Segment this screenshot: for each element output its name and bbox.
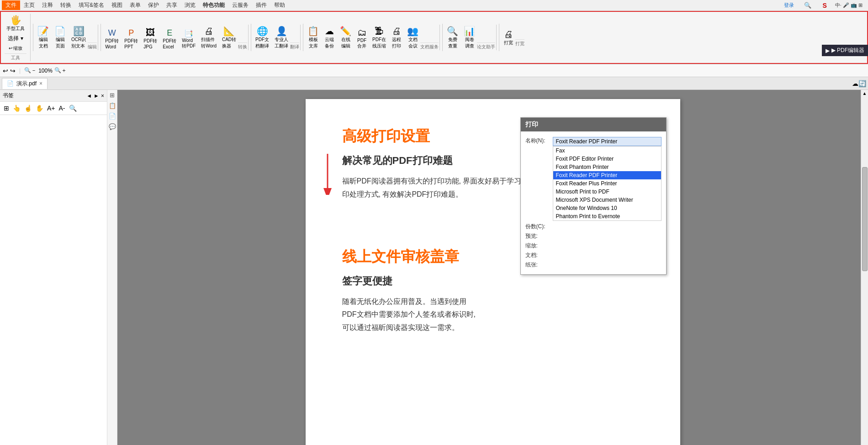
select-button[interactable]: 选择 ▾ [5, 34, 26, 43]
hand-icon: 🖐 [10, 15, 21, 26]
sidebar-tool-5[interactable]: A+ [46, 104, 56, 113]
printer-ms-pdf[interactable]: Microsoft Print to PDF [553, 188, 661, 196]
menu-fillsign[interactable]: 填写&签名 [75, 0, 108, 10]
pdf-editor-label: ▶ PDF编辑器 [831, 47, 864, 54]
brand-logo: S [819, 1, 830, 10]
word-to-pdf-button[interactable]: 📑 Word转PDF [180, 28, 197, 50]
pdf-editor-arrow-icon: ▶ [826, 47, 830, 54]
cloud-icon: ☁ [852, 80, 858, 87]
print-doc-row: 文档: [525, 251, 662, 259]
printer-foxit-phantom[interactable]: Foxit Phantom Printer [553, 163, 661, 171]
menu-share[interactable]: 共享 [163, 0, 181, 10]
menu-help[interactable]: 帮助 [270, 0, 289, 10]
toolbar-tools-group: 🖐 手型工具 选择 ▾ ↩ 缩放 工具 [4, 14, 31, 61]
left-icon-3[interactable]: 📄 [109, 113, 116, 120]
print-paper-row: 纸张: [525, 261, 662, 269]
printer-fax[interactable]: Fax [553, 147, 661, 155]
redo-button[interactable]: ↪ [10, 67, 16, 74]
login-link[interactable]: 登录 [780, 1, 798, 10]
menu-cloud[interactable]: 云服务 [228, 0, 252, 10]
cad-converter-button[interactable]: 📐 CAD转换器 [220, 25, 238, 50]
menu-form[interactable]: 表单 [126, 0, 144, 10]
zoom-out-toolbar[interactable]: 🔍－ [24, 67, 37, 74]
menu-protect[interactable]: 保护 [144, 0, 163, 10]
left-icon-2[interactable]: 📋 [109, 102, 116, 109]
cloud-backup-button[interactable]: ☁ 云端备份 [323, 25, 336, 50]
zoom-value-display: 100% [38, 68, 53, 74]
edit-doc-button[interactable]: 📝 编辑文档 [36, 25, 51, 50]
ocr-button[interactable]: 🔠 OCR识别文本 [69, 25, 88, 50]
sidebar-tool-2[interactable]: 👆 [12, 104, 21, 113]
menu-convert[interactable]: 转换 [57, 0, 75, 10]
sidebar-content[interactable] [0, 115, 107, 445]
print-preview-label: 预览: [525, 232, 553, 240]
sidebar-nav-left[interactable]: ◄ [86, 93, 92, 99]
printer-onenote[interactable]: OneNote for Windows 10 [553, 204, 661, 212]
scroll-thumb[interactable] [862, 167, 868, 271]
sidebar-tool-6[interactable]: A- [58, 104, 66, 113]
scroll-up-btn[interactable]: ▲ [862, 90, 868, 97]
secondary-toolbar: ↩ ↪ | 🔍－ 100% 🔍＋ [0, 64, 868, 77]
tab-bar: 📄 演示.pdf × ☁ 🔄 [0, 77, 868, 90]
sidebar-tool-3[interactable]: ☝ [23, 104, 33, 113]
menu-view[interactable]: 视图 [108, 0, 126, 10]
printer-foxit-editor[interactable]: Foxit PDF Editor Printer [553, 155, 661, 163]
sidebar-tool-7[interactable]: 🔍 [68, 104, 78, 113]
sidebar-nav-right[interactable]: ► [94, 93, 99, 99]
toolbar-convert-group: W PDF转Word P PDF转PPT 🖼 PDF转JPG E PDF转Exc… [102, 25, 249, 50]
menu-home[interactable]: 主页 [20, 0, 38, 10]
undo-button[interactable]: ↩ [3, 67, 8, 74]
toolbar-edit-group: 📝 编辑文档 📄 编辑页面 🔠 OCR识别文本 编辑 [35, 25, 98, 50]
pdf-to-word-button[interactable]: W PDF转Word [103, 27, 121, 50]
hand-tool-button[interactable]: 🖐 手型工具 [5, 14, 26, 33]
template-button[interactable]: 📋 模板文库 [306, 25, 321, 50]
exam-survey-button[interactable]: 📊 阅卷调查 [462, 25, 477, 50]
sep5 [442, 24, 443, 51]
edit-page-button[interactable]: 📄 编辑页面 [53, 25, 68, 50]
pdf-merge-button[interactable]: 🗂 PDF合并 [355, 26, 369, 50]
sidebar-tool-1[interactable]: ⊞ [3, 104, 10, 113]
pdf-to-excel-button[interactable]: E PDF转Excel [161, 27, 178, 50]
pdf-compress-button[interactable]: 🗜 PDF在线压缩 [370, 25, 388, 50]
printer-foxit-plus[interactable]: Foxit Reader Plus Printer [553, 179, 661, 188]
zoom-in-toolbar[interactable]: 🔍＋ [54, 67, 67, 74]
convert-section-label: 转换 [238, 42, 247, 50]
main-area: 书签 ◄ ► × ⊞ 👆 ☝ ✋ A+ A- 🔍 ⊞ 📋 📄 💬 [0, 90, 868, 445]
vertical-scrollbar[interactable]: ▲ ▼ [861, 90, 868, 445]
pro-translate-button[interactable]: 👤 专业人工翻译 [273, 25, 290, 50]
search-icon[interactable]: 🔍 [800, 1, 815, 10]
menu-browse[interactable]: 浏览 [181, 0, 199, 10]
sidebar-toolbar: ⊞ 👆 ☝ ✋ A+ A- 🔍 [0, 102, 107, 115]
print-doc-label: 文档: [525, 251, 553, 259]
plagiarism-button[interactable]: 🔍 免费查重 [445, 25, 460, 50]
left-icon-1[interactable]: ⊞ [110, 92, 115, 99]
printer-evernote[interactable]: Phantom Print to Evernote [553, 212, 661, 220]
sidebar-tool-4[interactable]: ✋ [35, 104, 44, 113]
pdf-to-jpg-button[interactable]: 🖼 PDF转JPG [142, 26, 159, 50]
sep6 [499, 24, 499, 51]
section2-body: 随着无纸化办公应用普及。当遇到使用PDF文档中需要添加个人签名或者标识时, 可以… [342, 295, 479, 335]
left-icon-4[interactable]: 💬 [109, 123, 116, 130]
pdf-to-ppt-button[interactable]: P PDF转PPT [122, 27, 140, 50]
remote-print-button[interactable]: 🖨 远程打印 [390, 25, 403, 50]
tab-close-button[interactable]: × [39, 80, 42, 87]
menu-comment[interactable]: 注释 [38, 0, 57, 10]
collapse-button[interactable]: ↩ 缩放 [5, 44, 26, 52]
pdf-editor-button[interactable]: ▶ ▶ PDF编辑器 [822, 45, 868, 56]
menu-plugin[interactable]: 插件 [252, 0, 270, 10]
printer-foxit-reader[interactable]: Foxit Reader PDF Printer [553, 171, 661, 179]
print-paper-label: 纸张: [525, 261, 553, 269]
doc-meeting-button[interactable]: 👥 文档会议 [405, 25, 420, 50]
menu-special[interactable]: 特色功能 [199, 0, 228, 10]
tab-title: 演示.pdf [16, 80, 37, 88]
print-name-input[interactable]: Foxit Reader PDF Printer [553, 137, 662, 146]
printer-ms-xps[interactable]: Microsoft XPS Document Writer [553, 196, 661, 204]
pdf-translate-button[interactable]: 🌐 PDF文档翻译 [254, 25, 271, 50]
pdf-tab[interactable]: 📄 演示.pdf × [2, 78, 48, 89]
print-dialog-body: 名称(N): Foxit Reader PDF Printer Fax Foxi… [521, 131, 666, 274]
online-edit-button[interactable]: ✏️ 在线编辑 [338, 25, 353, 50]
sidebar-close-button[interactable]: × [101, 93, 104, 99]
menu-file[interactable]: 文件 [2, 0, 20, 10]
print-button[interactable]: 🖨 打宽 [502, 28, 515, 47]
scan-to-word-button[interactable]: 🖨 扫描件转Word [199, 25, 218, 50]
